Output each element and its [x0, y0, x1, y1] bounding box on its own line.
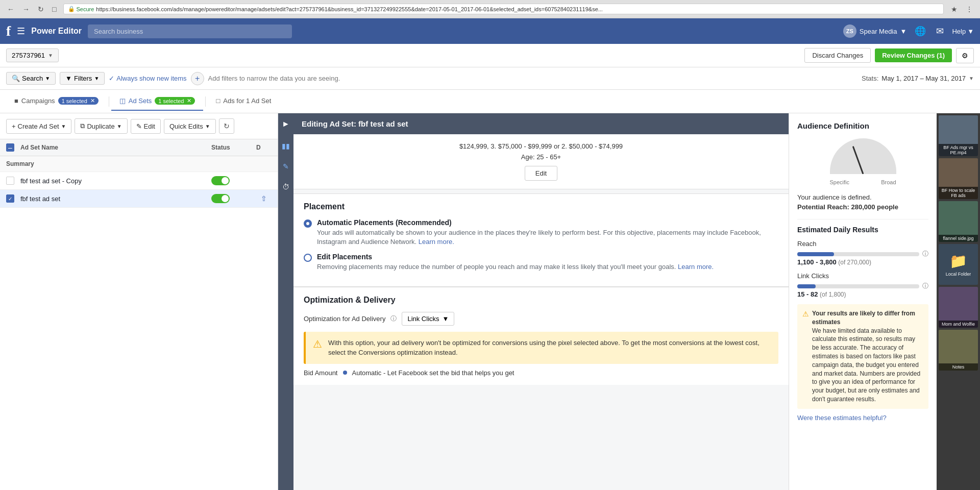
tab-adsets[interactable]: ◫ Ad Sets 1 selected ✕ — [111, 92, 204, 111]
search-icon: 🔍 — [12, 75, 20, 82]
thumbnail-2[interactable]: BF How to scale FB ads — [939, 158, 978, 199]
bid-row: Bid Amount Automatic - Let Facebook set … — [304, 369, 778, 377]
auto-placement-option[interactable]: Automatic Placements (Recommended) Your … — [304, 218, 778, 247]
more-button[interactable]: ⋮ — [963, 4, 976, 14]
search-label: Search — [22, 75, 43, 82]
warning-triangle-icon: ⚠ — [802, 309, 809, 404]
thumbnail-2-label: BF How to scale FB ads — [939, 187, 978, 199]
main-content: + Create Ad Set ▼ ⧉ Duplicate ▼ ✎ Edit Q… — [0, 113, 980, 490]
bar-chart-icon[interactable]: ▮▮ — [280, 139, 292, 153]
back-button[interactable]: ← — [4, 4, 17, 14]
table-row[interactable]: ✓ fbf test ad set ⇧ — [0, 190, 278, 208]
tab-campaigns[interactable]: ■ Campaigns 1 selected ✕ — [6, 92, 107, 111]
reach-of: (of 270,000) — [838, 259, 871, 266]
edit-learn-more-link[interactable]: Learn more. — [678, 263, 714, 271]
col-header-name: Ad Set Name — [20, 144, 207, 151]
thumbnail-folder[interactable]: 📁 Local Folder — [939, 244, 978, 285]
audience-age: Age: 25 - 65+ — [302, 153, 780, 161]
user-info[interactable]: ZS Spear Media ▼ — [843, 24, 907, 38]
audience-box: $124,999, 3. $75,000 - $99,999 or 2. $50… — [293, 134, 789, 189]
row1-status-toggle[interactable] — [211, 176, 230, 185]
edit-placement-content: Edit Placements Removing placements may … — [317, 253, 714, 272]
link-clicks-info-icon[interactable]: ⓘ — [922, 282, 928, 290]
date-chevron-icon[interactable]: ▼ — [969, 76, 974, 81]
audience-edit-button[interactable]: Edit — [525, 166, 557, 181]
reach-info-icon[interactable]: ⓘ — [922, 250, 928, 258]
add-filter-button[interactable]: + — [191, 72, 204, 85]
filters-button[interactable]: ▼ Filters ▼ — [60, 72, 105, 85]
left-sidebar: + Create Ad Set ▼ ⧉ Duplicate ▼ ✎ Edit Q… — [0, 113, 278, 490]
estimates-helpful-link[interactable]: Were these estimates helpful? — [797, 414, 887, 422]
opt-info-icon[interactable]: ⓘ — [390, 314, 397, 323]
home-button[interactable]: □ — [49, 4, 59, 14]
potential-reach: Potential Reach: 280,000 people — [797, 203, 928, 211]
account-selector[interactable]: 275737961 ▼ — [6, 48, 59, 62]
adsets-badge[interactable]: 1 selected ✕ — [155, 97, 195, 105]
row1-name: fbf test ad set - Copy — [20, 177, 82, 185]
reach-bar-row: ⓘ — [797, 250, 928, 258]
ads-label: Ads for 1 Ad Set — [223, 97, 271, 105]
help-button[interactable]: Help ▼ — [952, 28, 974, 35]
thumbnail-3[interactable]: flannel side.jpg — [939, 201, 978, 242]
thumbnail-1[interactable]: BF Ads mgr vs PE.mp4 — [939, 115, 978, 156]
pencil-edit-icon[interactable]: ✎ — [281, 159, 291, 174]
divider-1 — [797, 219, 928, 219]
secure-label: Secure — [76, 6, 94, 12]
edit-placement-radio[interactable] — [304, 254, 312, 262]
discard-button[interactable]: Discard Changes — [804, 48, 871, 63]
edit-button[interactable]: ✎ Edit — [131, 119, 161, 134]
create-adset-button[interactable]: + Create Ad Set ▼ — [6, 119, 71, 134]
adsets-badge-close-icon[interactable]: ✕ — [187, 97, 191, 104]
row2-checkbox[interactable]: ✓ — [6, 194, 14, 203]
review-button[interactable]: Review Changes (1) — [875, 48, 952, 62]
opt-delivery-select[interactable]: Link Clicks ▼ — [402, 312, 454, 326]
duplicate-button[interactable]: ⧉ Duplicate ▼ — [75, 118, 127, 134]
avatar: ZS — [843, 24, 856, 38]
bell-icon[interactable]: ✉ — [934, 23, 946, 39]
reload-button[interactable]: ↻ — [35, 4, 47, 14]
account-bar: 275737961 ▼ Discard Changes Review Chang… — [0, 44, 980, 67]
search-input[interactable] — [88, 24, 292, 38]
quick-edits-button[interactable]: Quick Edits ▼ — [164, 119, 216, 134]
settings-button[interactable]: ⚙ — [956, 48, 974, 63]
clock-icon[interactable]: ⏱ — [280, 180, 291, 194]
warning-estimates-text: Your results are likely to differ from e… — [812, 309, 923, 404]
thumbnail-5[interactable]: Mom and Wolfie — [939, 287, 978, 328]
reach-values: 1,100 - 3,800 — [797, 258, 837, 266]
sidebar-action-bar: + Create Ad Set ▼ ⧉ Duplicate ▼ ✎ Edit Q… — [0, 113, 278, 139]
plus-icon: + — [12, 122, 16, 130]
bookmark-button[interactable]: ★ — [948, 4, 961, 14]
menu-icon[interactable]: ☰ — [17, 26, 25, 37]
warning-estimates-body: We have limited data available to calcul… — [812, 327, 920, 403]
side-icons: ▮▮ ✎ ⏱ — [280, 135, 292, 194]
always-show-toggle[interactable]: ✓ Always show new items — [109, 75, 186, 82]
row1-checkbox[interactable] — [6, 177, 14, 185]
forward-button[interactable]: → — [19, 4, 33, 14]
auto-placement-content: Automatic Placements (Recommended) Your … — [317, 218, 778, 247]
row2-status-toggle[interactable] — [211, 194, 230, 203]
campaigns-badge[interactable]: 1 selected ✕ — [58, 97, 99, 105]
browser-nav[interactable]: ← → ↻ □ — [4, 4, 59, 14]
thumbnail-6[interactable]: Notes — [939, 330, 978, 371]
select-all-checkbox[interactable]: – — [6, 143, 14, 152]
table-row[interactable]: fbf test ad set - Copy — [0, 172, 278, 190]
campaigns-badge-text: 1 selected — [62, 98, 87, 104]
tab-ads[interactable]: □ Ads for 1 Ad Set — [208, 92, 279, 111]
optimization-title: Optimization & Delivery — [304, 296, 778, 305]
edit-placement-option[interactable]: Edit Placements Removing placements may … — [304, 253, 778, 272]
reach-bar-fill — [797, 252, 834, 256]
globe-icon[interactable]: 🌐 — [913, 23, 928, 39]
table-header: – Ad Set Name Status D — [0, 139, 278, 156]
thumbnail-3-label: flannel side.jpg — [939, 235, 978, 242]
address-bar[interactable]: 🔒 Secure https://business.facebook.com/a… — [63, 4, 944, 14]
create-chevron-icon: ▼ — [61, 124, 66, 129]
auto-placement-radio[interactable] — [304, 219, 312, 228]
collapse-icon[interactable]: ► — [280, 117, 292, 131]
date-range: May 1, 2017 – May 31, 2017 — [881, 75, 966, 82]
campaigns-badge-close-icon[interactable]: ✕ — [90, 97, 95, 104]
refresh-button[interactable]: ↻ — [219, 118, 234, 134]
quick-edits-chevron-icon: ▼ — [205, 124, 210, 129]
duplicate-chevron-icon: ▼ — [117, 124, 122, 129]
search-button[interactable]: 🔍 Search ▼ — [6, 72, 56, 85]
auto-learn-more-link[interactable]: Learn more. — [419, 238, 454, 246]
